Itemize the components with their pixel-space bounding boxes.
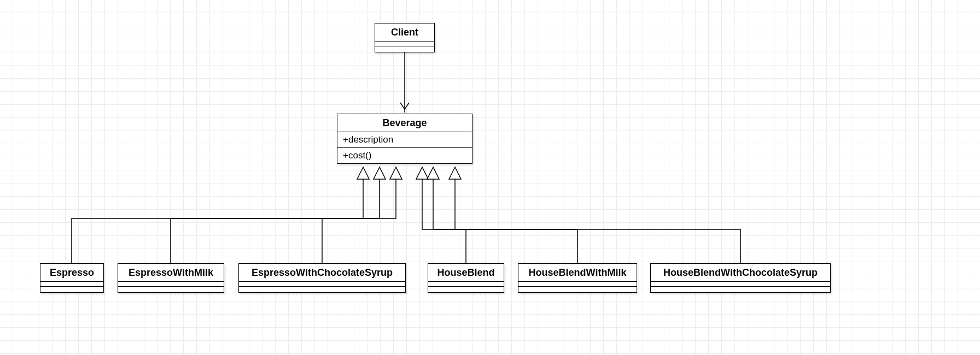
class-house-blend-with-chocolate-syrup-attrs <box>651 282 830 287</box>
svg-marker-2 <box>357 167 369 179</box>
gen-house-blend-with-milk <box>427 167 578 263</box>
class-house-blend[interactable]: HouseBlend <box>428 263 504 293</box>
class-house-blend-with-chocolate-syrup[interactable]: HouseBlendWithChocolateSyrup <box>650 263 831 293</box>
assoc-client-to-beverage <box>400 52 409 113</box>
class-house-blend-with-milk-attrs <box>518 282 637 287</box>
gen-espresso-with-milk <box>171 167 386 263</box>
svg-marker-7 <box>449 167 461 179</box>
class-house-blend-with-milk-ops <box>518 287 637 292</box>
class-espresso[interactable]: Espresso <box>40 263 104 293</box>
class-espresso-with-milk-ops <box>118 287 224 292</box>
class-house-blend-with-milk-name: HouseBlendWithMilk <box>518 264 637 282</box>
diagram-canvas[interactable]: Client Beverage +description +cost() Esp… <box>0 0 980 355</box>
class-house-blend-attrs <box>428 282 504 287</box>
connectors-layer <box>0 0 980 355</box>
class-espresso-ops <box>40 287 103 292</box>
class-house-blend-with-milk[interactable]: HouseBlendWithMilk <box>518 263 637 293</box>
class-house-blend-name: HouseBlend <box>428 264 504 282</box>
class-client-name: Client <box>375 23 434 42</box>
svg-marker-5 <box>416 167 428 179</box>
gen-house-blend <box>416 167 466 263</box>
class-espresso-with-chocolate-syrup-name: EspressoWithChocolateSyrup <box>239 264 405 282</box>
gen-espresso <box>72 167 369 263</box>
class-beverage-name: Beverage <box>337 114 472 132</box>
class-house-blend-ops <box>428 287 504 292</box>
class-espresso-with-chocolate-syrup-attrs <box>239 282 405 287</box>
class-espresso-with-chocolate-syrup-ops <box>239 287 405 292</box>
gen-house-blend-with-chocolate-syrup <box>449 167 740 263</box>
class-beverage-attrs: +description <box>337 132 472 148</box>
class-client-attrs <box>375 42 434 46</box>
class-client[interactable]: Client <box>375 23 435 52</box>
gen-espresso-with-chocolate-syrup <box>322 167 402 263</box>
class-beverage[interactable]: Beverage +description +cost() <box>337 114 472 164</box>
svg-marker-6 <box>427 167 439 179</box>
class-beverage-ops: +cost() <box>337 148 472 163</box>
class-espresso-attrs <box>40 282 103 287</box>
class-client-ops <box>375 46 434 52</box>
class-espresso-with-milk-name: EspressoWithMilk <box>118 264 224 282</box>
class-house-blend-with-chocolate-syrup-ops <box>651 287 830 292</box>
class-espresso-with-chocolate-syrup[interactable]: EspressoWithChocolateSyrup <box>238 263 406 293</box>
class-espresso-name: Espresso <box>40 264 103 282</box>
class-house-blend-with-chocolate-syrup-name: HouseBlendWithChocolateSyrup <box>651 264 830 282</box>
svg-marker-4 <box>390 167 402 179</box>
class-espresso-with-milk[interactable]: EspressoWithMilk <box>118 263 224 293</box>
class-espresso-with-milk-attrs <box>118 282 224 287</box>
svg-marker-3 <box>374 167 386 179</box>
